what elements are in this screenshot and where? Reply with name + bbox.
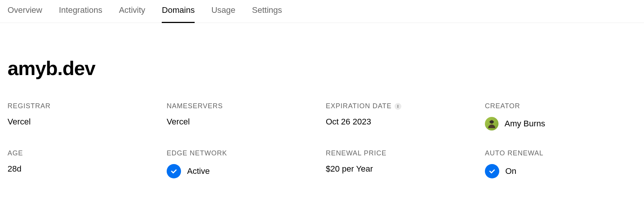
avatar [485,117,498,130]
info-label-edge-network: EDGE NETWORK [167,149,318,157]
info-value-creator: Amy Burns [485,117,636,130]
tab-domains[interactable]: Domains [162,0,195,23]
info-value-expiration: Oct 26 2023 [326,117,477,127]
info-registrar: REGISTRAR Vercel [8,102,159,130]
info-renewal-price: RENEWAL PRICE $20 per Year [326,149,477,178]
tab-usage[interactable]: Usage [211,0,235,23]
info-nameservers: NAMESERVERS Vercel [167,102,318,130]
info-value-auto-renewal: On [485,164,636,178]
domain-info-grid: REGISTRAR Vercel NAMESERVERS Vercel EXPI… [8,102,636,178]
svg-rect-1 [489,121,494,123]
info-value-creator-name: Amy Burns [505,119,545,129]
info-label-age: AGE [8,149,159,157]
tab-activity[interactable]: Activity [119,0,146,23]
tab-integrations[interactable]: Integrations [59,0,102,23]
domain-name-title: amyb.dev [8,57,636,80]
info-label-creator: CREATOR [485,102,636,110]
check-circle-icon [485,164,499,178]
info-icon[interactable]: i [395,103,401,110]
info-age: AGE 28d [8,149,159,178]
info-edge-network: EDGE NETWORK Active [167,149,318,178]
info-creator: CREATOR Amy Burns [485,102,636,130]
info-value-age: 28d [8,164,159,174]
info-value-edge-network-text: Active [187,166,210,176]
info-label-renewal-price: RENEWAL PRICE [326,149,477,157]
info-label-auto-renewal: AUTO RENEWAL [485,149,636,157]
info-expiration: EXPIRATION DATE i Oct 26 2023 [326,102,477,130]
tab-settings[interactable]: Settings [252,0,282,23]
info-value-registrar: Vercel [8,117,159,127]
info-label-expiration-text: EXPIRATION DATE [326,102,392,110]
info-value-nameservers: Vercel [167,117,318,127]
info-value-edge-network: Active [167,164,318,178]
tab-nav: Overview Integrations Activity Domains U… [0,0,644,23]
tab-overview[interactable]: Overview [8,0,42,23]
info-label-registrar: REGISTRAR [8,102,159,110]
check-circle-icon [167,164,181,178]
info-value-renewal-price: $20 per Year [326,164,477,174]
info-label-nameservers: NAMESERVERS [167,102,318,110]
info-value-auto-renewal-text: On [505,166,516,176]
main-content: amyb.dev REGISTRAR Vercel NAMESERVERS Ve… [0,57,644,178]
info-auto-renewal: AUTO RENEWAL On [485,149,636,178]
info-label-expiration: EXPIRATION DATE i [326,102,477,110]
